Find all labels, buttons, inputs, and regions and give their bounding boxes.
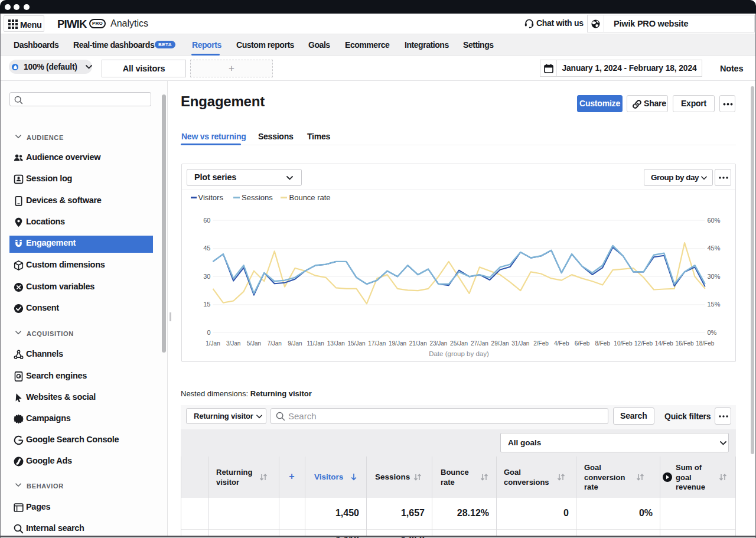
svg-text:15: 15	[203, 301, 210, 308]
svg-text:12/Feb: 12/Feb	[634, 340, 653, 347]
svg-text:30: 30	[203, 273, 210, 280]
svg-text:27/Jan: 27/Jan	[470, 340, 488, 347]
svg-text:60%: 60%	[707, 217, 720, 224]
svg-text:3/Jan: 3/Jan	[226, 340, 240, 347]
svg-text:45%: 45%	[707, 244, 720, 252]
svg-text:19/Jan: 19/Jan	[388, 340, 406, 347]
svg-text:15/Jan: 15/Jan	[347, 340, 365, 347]
svg-text:0%: 0%	[707, 329, 716, 336]
svg-text:60: 60	[203, 217, 210, 224]
svg-text:0: 0	[207, 329, 210, 336]
svg-text:11/Jan: 11/Jan	[307, 340, 324, 347]
svg-text:1/Jan: 1/Jan	[206, 340, 220, 347]
svg-text:25/Jan: 25/Jan	[450, 340, 468, 347]
svg-text:17/Jan: 17/Jan	[368, 340, 386, 347]
svg-text:21/Jan: 21/Jan	[409, 340, 426, 347]
svg-text:16/Feb: 16/Feb	[675, 340, 694, 347]
svg-text:9/Jan: 9/Jan	[288, 340, 302, 347]
svg-text:29/Jan: 29/Jan	[491, 340, 509, 347]
svg-text:30%: 30%	[707, 273, 720, 280]
svg-text:15%: 15%	[707, 301, 720, 308]
svg-text:31/Jan: 31/Jan	[511, 340, 529, 347]
svg-text:6/Feb: 6/Feb	[574, 340, 589, 347]
svg-text:Date (group by day): Date (group by day)	[429, 350, 489, 357]
svg-text:23/Jan: 23/Jan	[429, 340, 447, 347]
svg-text:18/Feb: 18/Feb	[696, 340, 715, 347]
svg-text:7/Jan: 7/Jan	[267, 340, 281, 347]
svg-text:4/Feb: 4/Feb	[553, 340, 569, 347]
svg-text:10/Feb: 10/Feb	[614, 340, 633, 347]
svg-text:2/Feb: 2/Feb	[533, 340, 549, 347]
svg-text:5/Jan: 5/Jan	[246, 340, 260, 347]
svg-text:8/Feb: 8/Feb	[595, 340, 610, 347]
svg-text:14/Feb: 14/Feb	[654, 340, 673, 347]
svg-text:45: 45	[203, 244, 210, 252]
svg-text:13/Jan: 13/Jan	[327, 340, 344, 347]
